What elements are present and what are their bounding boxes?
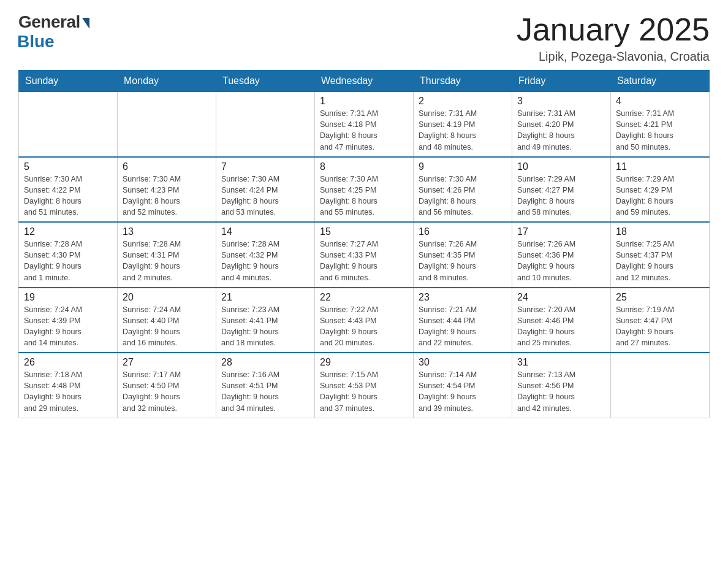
table-row: 13Sunrise: 7:28 AM Sunset: 4:31 PM Dayli…	[118, 222, 216, 288]
day-info: Sunrise: 7:20 AM Sunset: 4:46 PM Dayligh…	[517, 304, 605, 349]
day-number: 9	[419, 161, 507, 172]
day-number: 25	[616, 292, 704, 303]
table-row: 11Sunrise: 7:29 AM Sunset: 4:29 PM Dayli…	[611, 157, 710, 223]
col-friday: Friday	[512, 71, 611, 92]
day-number: 27	[123, 357, 211, 368]
col-saturday: Saturday	[611, 71, 710, 92]
table-row	[118, 92, 216, 157]
table-row: 23Sunrise: 7:21 AM Sunset: 4:44 PM Dayli…	[414, 288, 512, 353]
col-wednesday: Wednesday	[315, 71, 414, 92]
day-number: 19	[24, 292, 112, 303]
day-info: Sunrise: 7:24 AM Sunset: 4:39 PM Dayligh…	[24, 304, 112, 349]
day-info: Sunrise: 7:30 AM Sunset: 4:22 PM Dayligh…	[24, 174, 112, 218]
table-row: 17Sunrise: 7:26 AM Sunset: 4:36 PM Dayli…	[512, 222, 611, 288]
day-info: Sunrise: 7:30 AM Sunset: 4:23 PM Dayligh…	[123, 174, 211, 218]
day-number: 22	[320, 292, 408, 303]
day-info: Sunrise: 7:30 AM Sunset: 4:24 PM Dayligh…	[221, 174, 309, 218]
day-number: 14	[221, 226, 309, 237]
table-row: 14Sunrise: 7:28 AM Sunset: 4:32 PM Dayli…	[216, 222, 315, 288]
day-info: Sunrise: 7:31 AM Sunset: 4:21 PM Dayligh…	[616, 108, 704, 153]
month-year-title: January 2025	[517, 12, 710, 47]
table-row: 19Sunrise: 7:24 AM Sunset: 4:39 PM Dayli…	[19, 288, 118, 353]
table-row: 15Sunrise: 7:27 AM Sunset: 4:33 PM Dayli…	[315, 222, 414, 288]
day-number: 15	[320, 226, 408, 237]
table-row: 27Sunrise: 7:17 AM Sunset: 4:50 PM Dayli…	[118, 353, 216, 418]
day-info: Sunrise: 7:28 AM Sunset: 4:30 PM Dayligh…	[24, 239, 112, 283]
table-row: 9Sunrise: 7:30 AM Sunset: 4:26 PM Daylig…	[414, 157, 512, 223]
calendar-header-row: Sunday Monday Tuesday Wednesday Thursday…	[19, 71, 710, 92]
day-info: Sunrise: 7:28 AM Sunset: 4:31 PM Dayligh…	[123, 239, 211, 283]
table-row: 5Sunrise: 7:30 AM Sunset: 4:22 PM Daylig…	[19, 157, 118, 223]
day-number: 11	[616, 161, 704, 172]
day-number: 12	[24, 226, 112, 237]
day-info: Sunrise: 7:19 AM Sunset: 4:47 PM Dayligh…	[616, 304, 704, 349]
table-row	[611, 353, 710, 418]
logo: General Blue	[18, 12, 89, 52]
day-info: Sunrise: 7:31 AM Sunset: 4:20 PM Dayligh…	[517, 108, 605, 153]
calendar-week-row: 19Sunrise: 7:24 AM Sunset: 4:39 PM Dayli…	[19, 288, 710, 353]
day-info: Sunrise: 7:26 AM Sunset: 4:36 PM Dayligh…	[517, 239, 605, 283]
day-info: Sunrise: 7:13 AM Sunset: 4:56 PM Dayligh…	[517, 369, 605, 414]
table-row: 4Sunrise: 7:31 AM Sunset: 4:21 PM Daylig…	[611, 92, 710, 157]
day-number: 31	[517, 357, 605, 368]
day-number: 13	[123, 226, 211, 237]
day-info: Sunrise: 7:30 AM Sunset: 4:25 PM Dayligh…	[320, 174, 408, 218]
day-number: 8	[320, 161, 408, 172]
day-info: Sunrise: 7:23 AM Sunset: 4:41 PM Dayligh…	[221, 304, 309, 349]
day-number: 26	[24, 357, 112, 368]
day-number: 30	[419, 357, 507, 368]
table-row: 28Sunrise: 7:16 AM Sunset: 4:51 PM Dayli…	[216, 353, 315, 418]
table-row	[216, 92, 315, 157]
logo-arrow-icon	[82, 18, 89, 29]
day-info: Sunrise: 7:18 AM Sunset: 4:48 PM Dayligh…	[24, 369, 112, 414]
logo-general-text: General	[18, 12, 80, 32]
table-row	[19, 92, 118, 157]
calendar-week-row: 1Sunrise: 7:31 AM Sunset: 4:18 PM Daylig…	[19, 92, 710, 157]
day-number: 28	[221, 357, 309, 368]
calendar-week-row: 26Sunrise: 7:18 AM Sunset: 4:48 PM Dayli…	[19, 353, 710, 418]
calendar-week-row: 12Sunrise: 7:28 AM Sunset: 4:30 PM Dayli…	[19, 222, 710, 288]
col-monday: Monday	[118, 71, 216, 92]
col-tuesday: Tuesday	[216, 71, 315, 92]
table-row: 8Sunrise: 7:30 AM Sunset: 4:25 PM Daylig…	[315, 157, 414, 223]
day-info: Sunrise: 7:29 AM Sunset: 4:29 PM Dayligh…	[616, 174, 704, 218]
day-number: 4	[616, 96, 704, 107]
table-row: 29Sunrise: 7:15 AM Sunset: 4:53 PM Dayli…	[315, 353, 414, 418]
table-row: 30Sunrise: 7:14 AM Sunset: 4:54 PM Dayli…	[414, 353, 512, 418]
table-row: 7Sunrise: 7:30 AM Sunset: 4:24 PM Daylig…	[216, 157, 315, 223]
day-number: 18	[616, 226, 704, 237]
day-number: 21	[221, 292, 309, 303]
day-info: Sunrise: 7:29 AM Sunset: 4:27 PM Dayligh…	[517, 174, 605, 218]
table-row: 16Sunrise: 7:26 AM Sunset: 4:35 PM Dayli…	[414, 222, 512, 288]
day-info: Sunrise: 7:21 AM Sunset: 4:44 PM Dayligh…	[419, 304, 507, 349]
day-info: Sunrise: 7:27 AM Sunset: 4:33 PM Dayligh…	[320, 239, 408, 283]
table-row: 10Sunrise: 7:29 AM Sunset: 4:27 PM Dayli…	[512, 157, 611, 223]
table-row: 3Sunrise: 7:31 AM Sunset: 4:20 PM Daylig…	[512, 92, 611, 157]
calendar-week-row: 5Sunrise: 7:30 AM Sunset: 4:22 PM Daylig…	[19, 157, 710, 223]
location-subtitle: Lipik, Pozega-Slavonia, Croatia	[517, 50, 710, 64]
day-info: Sunrise: 7:25 AM Sunset: 4:37 PM Dayligh…	[616, 239, 704, 283]
day-info: Sunrise: 7:24 AM Sunset: 4:40 PM Dayligh…	[123, 304, 211, 349]
day-number: 6	[123, 161, 211, 172]
day-info: Sunrise: 7:28 AM Sunset: 4:32 PM Dayligh…	[221, 239, 309, 283]
day-info: Sunrise: 7:15 AM Sunset: 4:53 PM Dayligh…	[320, 369, 408, 414]
table-row: 21Sunrise: 7:23 AM Sunset: 4:41 PM Dayli…	[216, 288, 315, 353]
table-row: 1Sunrise: 7:31 AM Sunset: 4:18 PM Daylig…	[315, 92, 414, 157]
day-info: Sunrise: 7:14 AM Sunset: 4:54 PM Dayligh…	[419, 369, 507, 414]
day-number: 17	[517, 226, 605, 237]
day-number: 1	[320, 96, 408, 107]
col-thursday: Thursday	[414, 71, 512, 92]
day-info: Sunrise: 7:16 AM Sunset: 4:51 PM Dayligh…	[221, 369, 309, 414]
day-info: Sunrise: 7:31 AM Sunset: 4:18 PM Dayligh…	[320, 108, 408, 153]
day-number: 16	[419, 226, 507, 237]
day-number: 10	[517, 161, 605, 172]
day-number: 7	[221, 161, 309, 172]
day-info: Sunrise: 7:30 AM Sunset: 4:26 PM Dayligh…	[419, 174, 507, 218]
table-row: 12Sunrise: 7:28 AM Sunset: 4:30 PM Dayli…	[19, 222, 118, 288]
table-row: 24Sunrise: 7:20 AM Sunset: 4:46 PM Dayli…	[512, 288, 611, 353]
day-number: 24	[517, 292, 605, 303]
logo-blue-text: Blue	[17, 32, 55, 52]
table-row: 18Sunrise: 7:25 AM Sunset: 4:37 PM Dayli…	[611, 222, 710, 288]
day-number: 29	[320, 357, 408, 368]
table-row: 22Sunrise: 7:22 AM Sunset: 4:43 PM Dayli…	[315, 288, 414, 353]
